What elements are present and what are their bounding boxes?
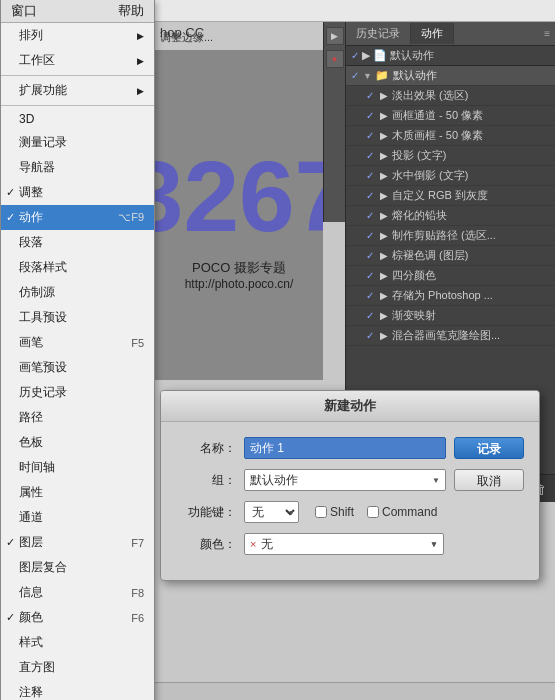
action-group-header[interactable]: ✓ ▼ 📁 默认动作 (346, 66, 555, 86)
menu-item-actions[interactable]: 动作 ⌥F9 (1, 205, 154, 230)
action-group-default: ✓ ▼ 📁 默认动作 ✓ ▶ 淡出效果 (选区) ✓ ▶ 画框通道 - 50 像… (346, 66, 555, 346)
menu-item-histogram[interactable]: 直方图 (1, 655, 154, 680)
action-doc-3: ▶ (380, 150, 388, 161)
action-item-12[interactable]: ✓ ▶ 混合器画笔克隆绘图... (346, 326, 555, 346)
action-item-3[interactable]: ✓ ▶ 投影 (文字) (346, 146, 555, 166)
adjust-edge-btn[interactable]: 调整边缘... (160, 30, 213, 45)
toolbar-folder-icon: ▶ (362, 49, 370, 62)
menu-item-brush-label: 画笔 (19, 334, 43, 351)
menu-item-arrange-label: 排列 (19, 27, 43, 44)
menu-item-color[interactable]: 颜色 F6 (1, 605, 154, 630)
menu-item-navigator[interactable]: 导航器 (1, 155, 154, 180)
action-doc-12: ▶ (380, 330, 388, 341)
action-check-11: ✓ (366, 310, 376, 321)
action-name-9: 四分颜色 (392, 268, 436, 283)
menu-item-info[interactable]: 信息 F8 (1, 580, 154, 605)
command-label: Command (382, 505, 437, 519)
menu-item-clone-source[interactable]: 仿制源 (1, 280, 154, 305)
mini-btn-1[interactable]: ▶ (326, 27, 344, 45)
action-item-4[interactable]: ✓ ▶ 水中倒影 (文字) (346, 166, 555, 186)
action-doc-8: ▶ (380, 250, 388, 261)
group-select[interactable]: 默认动作 (244, 469, 446, 491)
action-name-2: 木质画框 - 50 像素 (392, 128, 483, 143)
action-item-8[interactable]: ✓ ▶ 棕褪色调 (图层) (346, 246, 555, 266)
action-item-5[interactable]: ✓ ▶ 自定义 RGB 到灰度 (346, 186, 555, 206)
action-item-10[interactable]: ✓ ▶ 存储为 Photoshop ... (346, 286, 555, 306)
dialog-body: 名称： 记录 组： 默认动作 取消 功能键： 无 (161, 422, 539, 580)
menu-item-extend[interactable]: 扩展功能 (1, 78, 154, 103)
action-check-4: ✓ (366, 170, 376, 181)
menu-item-brush-preset[interactable]: 画笔预设 (1, 355, 154, 380)
menu-item-adjust-label: 调整 (19, 184, 43, 201)
menu-item-color-shortcut: F6 (131, 612, 144, 624)
mini-btn-2[interactable]: ● (326, 50, 344, 68)
menu-item-workspace[interactable]: 工作区 (1, 48, 154, 73)
action-check-0: ✓ (366, 90, 376, 101)
action-item-7[interactable]: ✓ ▶ 制作剪贴路径 (选区... (346, 226, 555, 246)
menu-item-navigator-label: 导航器 (19, 159, 55, 176)
menu-item-paragraph-label: 段落 (19, 234, 43, 251)
action-item-9[interactable]: ✓ ▶ 四分颜色 (346, 266, 555, 286)
menu-item-history[interactable]: 历史记录 (1, 380, 154, 405)
menu-item-notes[interactable]: 注释 (1, 680, 154, 700)
record-button[interactable]: 记录 (454, 437, 524, 459)
action-doc-0: ▶ (380, 90, 388, 101)
action-check-7: ✓ (366, 230, 376, 241)
menu-item-adjust[interactable]: 调整 (1, 180, 154, 205)
action-item-2[interactable]: ✓ ▶ 木质画框 - 50 像素 (346, 126, 555, 146)
shift-checkbox[interactable] (315, 506, 327, 518)
action-check-9: ✓ (366, 270, 376, 281)
key-select[interactable]: 无 (244, 501, 299, 523)
menu-item-channels[interactable]: 通道 (1, 505, 154, 530)
menu-item-3d[interactable]: 3D (1, 108, 154, 130)
action-name-7: 制作剪贴路径 (选区... (392, 228, 496, 243)
group-arrow-icon: ▼ (363, 71, 372, 81)
menu-item-paragraph[interactable]: 段落 (1, 230, 154, 255)
menu-item-workspace-label: 工作区 (19, 52, 55, 69)
tab-history[interactable]: 历史记录 (346, 23, 411, 44)
menu-item-tool-preset[interactable]: 工具预设 (1, 305, 154, 330)
menu-item-arrange[interactable]: 排列 (1, 23, 154, 48)
action-item-6[interactable]: ✓ ▶ 熔化的铅块 (346, 206, 555, 226)
dialog-container: 新建动作 名称： 记录 组： 默认动作 取消 功能键： (160, 390, 540, 581)
color-select-display[interactable]: × 无 ▼ (244, 533, 444, 555)
action-item-11[interactable]: ✓ ▶ 渐变映射 (346, 306, 555, 326)
toolbar-check-icon: ✓ (351, 50, 359, 61)
menu-item-paths[interactable]: 路径 (1, 405, 154, 430)
action-name-1: 画框通道 - 50 像素 (392, 108, 483, 123)
action-doc-10: ▶ (380, 290, 388, 301)
canvas-area: 632679 POCO 摄影专题 http://photo.poco.cn/ (155, 50, 323, 380)
action-doc-6: ▶ (380, 210, 388, 221)
panel-menu-icon[interactable]: ≡ (539, 25, 555, 42)
name-input[interactable] (244, 437, 446, 459)
menu-item-color-label: 颜色 (19, 609, 43, 626)
action-doc-7: ▶ (380, 230, 388, 241)
menu-item-layer-comps[interactable]: 图层复合 (1, 555, 154, 580)
action-item-0[interactable]: ✓ ▶ 淡出效果 (选区) (346, 86, 555, 106)
menu-item-timeline[interactable]: 时间轴 (1, 455, 154, 480)
dialog-row-group: 组： 默认动作 取消 (176, 469, 524, 491)
action-name-3: 投影 (文字) (392, 148, 446, 163)
menu-item-para-style[interactable]: 段落样式 (1, 255, 154, 280)
menu-item-layers[interactable]: 图层 F7 (1, 530, 154, 555)
menu-item-brush[interactable]: 画笔 F5 (1, 330, 154, 355)
group-folder-icon: 📁 (375, 69, 389, 82)
menu-item-properties[interactable]: 属性 (1, 480, 154, 505)
watermark-url: http://photo.poco.cn/ (155, 277, 323, 291)
cancel-button[interactable]: 取消 (454, 469, 524, 491)
command-checkbox[interactable] (367, 506, 379, 518)
tab-actions[interactable]: 动作 (411, 23, 454, 44)
action-doc-4: ▶ (380, 170, 388, 181)
action-doc-2: ▶ (380, 130, 388, 141)
menu-item-swatches[interactable]: 色板 (1, 430, 154, 455)
menu-item-styles[interactable]: 样式 (1, 630, 154, 655)
action-item-1[interactable]: ✓ ▶ 画框通道 - 50 像素 (346, 106, 555, 126)
menu-item-measure[interactable]: 测量记录 (1, 130, 154, 155)
group-check-icon: ✓ (351, 70, 359, 81)
action-check-10: ✓ (366, 290, 376, 301)
action-doc-11: ▶ (380, 310, 388, 321)
color-label: 颜色： (176, 536, 236, 553)
menu-item-3d-label: 3D (19, 112, 34, 126)
menu-item-paths-label: 路径 (19, 409, 43, 426)
new-action-dialog: 新建动作 名称： 记录 组： 默认动作 取消 功能键： (160, 390, 540, 581)
